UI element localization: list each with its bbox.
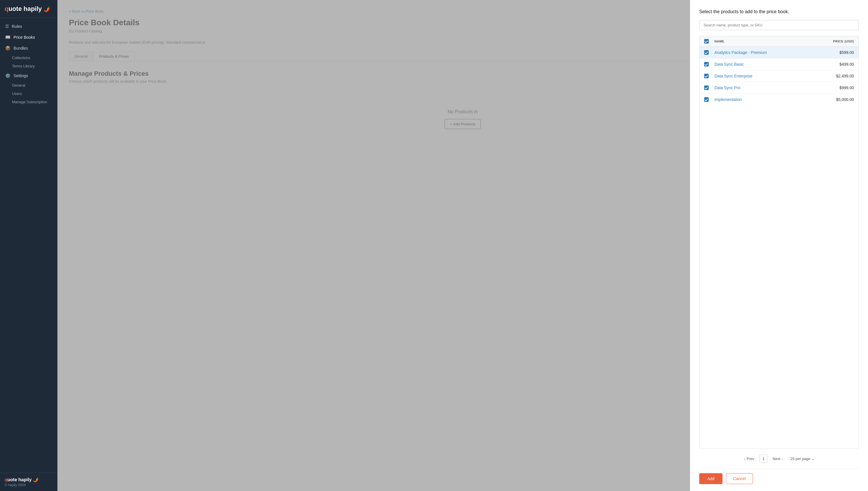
sidebar-item-price-books[interactable]: 📖 Price Books — [0, 32, 57, 43]
row-checkbox-2[interactable] — [704, 62, 709, 66]
pagination: ‹ Prev 1 Next › 25 per page ⌄ — [699, 449, 859, 467]
next-label: Next — [773, 457, 781, 461]
table-row[interactable]: Data Sync Basic $499.00 — [700, 58, 859, 70]
product-price-3: $2,499.00 — [814, 74, 854, 78]
sidebar-item-label: Bundles — [13, 46, 28, 51]
product-price-5: $5,000.00 — [814, 97, 854, 102]
add-button[interactable]: Add — [699, 473, 723, 484]
sidebar-footer: quote hapily 🌶️ © hapily 2024 — [0, 473, 57, 491]
prev-label: Prev — [747, 457, 754, 461]
footer-copyright: © hapily 2024 — [5, 483, 53, 487]
sidebar-item-settings[interactable]: ⚙️ Settings — [0, 70, 57, 81]
modal-overlay: Select the products to add to the price … — [57, 0, 868, 491]
row-checkbox-col — [704, 74, 714, 78]
sidebar-item-bundles[interactable]: 📦 Bundles — [0, 43, 57, 54]
sidebar-nav: ☰ Rules 📖 Price Books 📦 Bundles Collecti… — [0, 18, 57, 473]
app-logo: quote hapily 🌶️ — [0, 0, 57, 18]
terms-library-label: Terms Library — [12, 64, 35, 68]
product-name-4[interactable]: Data Sync Pro — [714, 85, 814, 90]
modal-footer: Add Cancel — [699, 468, 859, 484]
modal-panel: Select the products to add to the price … — [690, 0, 868, 491]
row-checkbox-4[interactable] — [704, 85, 709, 90]
sidebar-item-rules[interactable]: ☰ Rules — [0, 21, 57, 32]
users-label: Users — [12, 91, 22, 96]
table-row[interactable]: Analytics Package - Premium $599.00 — [700, 47, 859, 58]
table-header: NAME PRICE (USD) — [700, 36, 859, 47]
row-checkbox-col — [704, 62, 714, 66]
sidebar-item-collections[interactable]: Collections — [0, 54, 57, 62]
sidebar-item-manage-subscription[interactable]: Manage Subscription — [0, 98, 57, 106]
rules-icon: ☰ — [5, 24, 9, 29]
row-checkbox-5[interactable] — [704, 97, 709, 102]
cancel-button[interactable]: Cancel — [726, 473, 753, 484]
sidebar: quote hapily 🌶️ ☰ Rules 📖 Price Books 📦 … — [0, 0, 57, 491]
price-books-icon: 📖 — [5, 35, 10, 40]
per-page-label: 25 per page — [790, 457, 810, 461]
settings-icon: ⚙️ — [5, 73, 10, 78]
per-page-selector[interactable]: 25 per page ⌄ — [788, 455, 817, 462]
prev-arrow-icon: ‹ — [744, 456, 745, 461]
main-area: < Back to Price Book Price Book Details … — [57, 0, 868, 491]
sidebar-item-label: Rules — [12, 24, 22, 29]
product-price-1: $599.00 — [814, 50, 854, 55]
bundles-icon: 📦 — [5, 46, 10, 51]
row-checkbox-col — [704, 97, 714, 102]
header-checkbox-col — [704, 39, 714, 44]
modal-title: Select the products to add to the price … — [699, 9, 859, 15]
manage-subscription-label: Manage Subscription — [12, 100, 47, 104]
product-price-4: $999.00 — [814, 85, 854, 90]
row-checkbox-col — [704, 50, 714, 55]
next-button[interactable]: Next › — [770, 455, 786, 463]
product-search-input[interactable] — [699, 20, 859, 30]
collections-label: Collections — [12, 56, 30, 60]
sidebar-item-general[interactable]: General — [0, 81, 57, 89]
prev-button[interactable]: ‹ Prev — [741, 455, 757, 463]
col-name-header: NAME — [714, 39, 814, 43]
col-price-header: PRICE (USD) — [814, 39, 854, 43]
select-all-checkbox[interactable] — [704, 39, 709, 44]
row-checkbox-3[interactable] — [704, 74, 709, 78]
settings-label: Settings — [13, 74, 28, 78]
logo-icon: 🌶️ — [44, 6, 50, 12]
row-checkbox-col — [704, 85, 714, 90]
sidebar-item-terms-library[interactable]: Terms Library — [0, 62, 57, 70]
product-table: NAME PRICE (USD) Analytics Package - Pre… — [699, 36, 859, 449]
logo-accent: q — [5, 5, 8, 12]
sidebar-item-label: Price Books — [13, 35, 35, 39]
footer-logo: quote hapily 🌶️ — [5, 477, 53, 482]
next-arrow-icon: › — [782, 456, 783, 461]
general-label: General — [12, 83, 25, 87]
table-body: Analytics Package - Premium $599.00 Data… — [700, 47, 859, 105]
product-name-5[interactable]: Implementation — [714, 97, 814, 102]
product-name-1[interactable]: Analytics Package - Premium — [714, 50, 814, 55]
table-row[interactable]: Implementation $5,000.00 — [700, 94, 859, 105]
per-page-chevron-icon: ⌄ — [811, 457, 815, 461]
table-row[interactable]: Data Sync Enterprise $2,499.00 — [700, 70, 859, 82]
sidebar-item-users[interactable]: Users — [0, 89, 57, 98]
page-number[interactable]: 1 — [759, 455, 767, 463]
table-row[interactable]: Data Sync Pro $999.00 — [700, 82, 859, 94]
product-name-3[interactable]: Data Sync Enterprise — [714, 74, 814, 78]
product-price-2: $499.00 — [814, 62, 854, 66]
logo-name: uote hapily — [8, 5, 43, 12]
row-checkbox-1[interactable] — [704, 50, 709, 55]
product-name-2[interactable]: Data Sync Basic — [714, 62, 814, 66]
